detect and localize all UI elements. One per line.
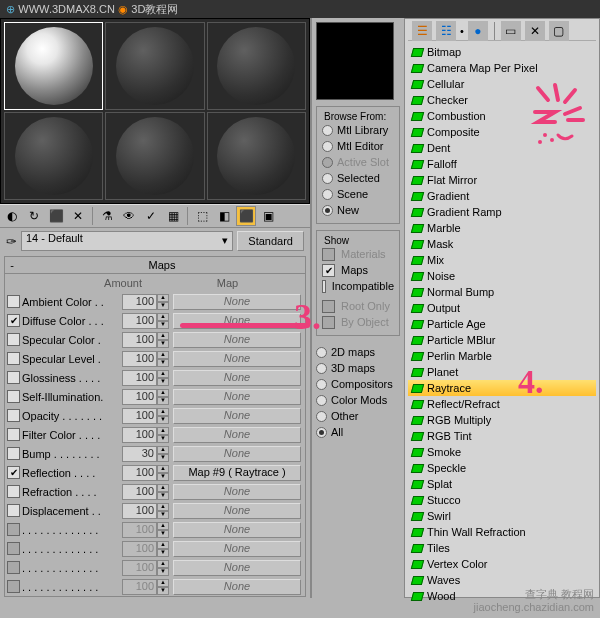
spinner-down-icon[interactable]: ▼ xyxy=(157,454,169,462)
map-list-item[interactable]: Gradient Ramp xyxy=(408,204,596,220)
map-slot-button[interactable]: None xyxy=(173,446,301,462)
toolbar-button[interactable]: ✓ xyxy=(141,206,161,226)
map-slot-button[interactable]: None xyxy=(173,560,301,576)
map-list-item[interactable]: RGB Tint xyxy=(408,428,596,444)
material-slot[interactable] xyxy=(105,22,204,110)
map-list-item[interactable]: Swirl xyxy=(408,508,596,524)
map-slot-button[interactable]: None xyxy=(173,503,301,519)
spinner-up-icon[interactable]: ▲ xyxy=(157,389,169,397)
amount-spinner[interactable]: 100 xyxy=(122,370,157,386)
spinner-down-icon[interactable]: ▼ xyxy=(157,416,169,424)
list-view-icon[interactable]: ☰ xyxy=(412,21,432,41)
map-list-item[interactable]: Bitmap xyxy=(408,44,596,60)
map-list-item[interactable]: Perlin Marble xyxy=(408,348,596,364)
toolbar-button[interactable]: ⚗ xyxy=(97,206,117,226)
radio[interactable] xyxy=(322,205,333,216)
spinner-up-icon[interactable]: ▲ xyxy=(157,294,169,302)
map-list-item[interactable]: Checker xyxy=(408,92,596,108)
spinner-up-icon[interactable]: ▲ xyxy=(157,465,169,473)
map-slot-button[interactable]: None xyxy=(173,332,301,348)
map-list-item[interactable]: Stucco xyxy=(408,492,596,508)
checkbox[interactable]: ✔ xyxy=(322,264,335,277)
spinner-down-icon[interactable]: ▼ xyxy=(157,492,169,500)
toolbar-button[interactable]: ⬛ xyxy=(46,206,66,226)
map-slot-button[interactable]: None xyxy=(173,370,301,386)
map-checkbox[interactable] xyxy=(7,409,20,422)
map-checkbox[interactable] xyxy=(7,447,20,460)
save-icon[interactable]: ▢ xyxy=(549,21,569,41)
map-checkbox[interactable]: ✔ xyxy=(7,314,20,327)
amount-spinner[interactable]: 100 xyxy=(122,427,157,443)
toolbar-button[interactable]: ▣ xyxy=(258,206,278,226)
map-list-item[interactable]: Planet xyxy=(408,364,596,380)
map-list-item[interactable]: Smoke xyxy=(408,444,596,460)
spinner-down-icon[interactable]: ▼ xyxy=(157,359,169,367)
spinner-down-icon[interactable]: ▼ xyxy=(157,397,169,405)
radio[interactable] xyxy=(316,363,327,374)
map-list-item[interactable]: Tiles xyxy=(408,540,596,556)
map-checkbox[interactable] xyxy=(7,428,20,441)
map-list-item[interactable]: Mask xyxy=(408,236,596,252)
map-list-item[interactable]: Reflect/Refract xyxy=(408,396,596,412)
map-checkbox[interactable] xyxy=(7,504,20,517)
map-checkbox[interactable] xyxy=(7,333,20,346)
map-list-item[interactable]: Marble xyxy=(408,220,596,236)
map-checkbox[interactable]: ✔ xyxy=(7,466,20,479)
map-list-item[interactable]: Particle MBlur xyxy=(408,332,596,348)
map-checkbox[interactable] xyxy=(7,352,20,365)
amount-spinner[interactable]: 100 xyxy=(122,465,157,481)
spinner-up-icon[interactable]: ▲ xyxy=(157,370,169,378)
open-icon[interactable]: ▭ xyxy=(501,21,521,41)
map-list-item[interactable]: Combustion xyxy=(408,108,596,124)
map-list-item[interactable]: Output xyxy=(408,300,596,316)
map-list-item[interactable]: Vertex Color xyxy=(408,556,596,572)
spinner-down-icon[interactable]: ▼ xyxy=(157,473,169,481)
list-view-icon[interactable]: ☷ xyxy=(436,21,456,41)
map-checkbox[interactable] xyxy=(7,371,20,384)
toolbar-button[interactable]: ▦ xyxy=(163,206,183,226)
map-list-item[interactable]: Normal Bump xyxy=(408,284,596,300)
sphere-icon[interactable]: ● xyxy=(468,21,488,41)
spinner-up-icon[interactable]: ▲ xyxy=(157,351,169,359)
toolbar-button[interactable]: ◧ xyxy=(214,206,234,226)
map-list-item[interactable]: Noise xyxy=(408,268,596,284)
spinner-down-icon[interactable]: ▼ xyxy=(157,378,169,386)
radio[interactable] xyxy=(322,189,333,200)
radio[interactable] xyxy=(316,379,327,390)
amount-spinner[interactable]: 100 xyxy=(122,484,157,500)
amount-spinner[interactable]: 100 xyxy=(122,294,157,310)
map-slot-button[interactable]: Map #9 ( Raytrace ) xyxy=(173,465,301,481)
map-slot-button[interactable]: None xyxy=(173,522,301,538)
material-type-button[interactable]: Standard xyxy=(237,231,304,251)
material-slot[interactable] xyxy=(4,112,103,200)
toolbar-button[interactable]: 👁 xyxy=(119,206,139,226)
spinner-up-icon[interactable]: ▲ xyxy=(157,484,169,492)
map-list-item[interactable]: Speckle xyxy=(408,460,596,476)
map-list-item[interactable]: Flat Mirror xyxy=(408,172,596,188)
radio[interactable] xyxy=(322,173,333,184)
map-list-item[interactable]: Camera Map Per Pixel xyxy=(408,60,596,76)
spinner-down-icon[interactable]: ▼ xyxy=(157,302,169,310)
map-list-item[interactable]: Falloff xyxy=(408,156,596,172)
map-list-item[interactable]: Thin Wall Refraction xyxy=(408,524,596,540)
map-checkbox[interactable] xyxy=(7,485,20,498)
map-slot-button[interactable]: None xyxy=(173,541,301,557)
map-slot-button[interactable]: None xyxy=(173,408,301,424)
maps-rollup-header[interactable]: - Maps xyxy=(4,256,306,274)
material-slot[interactable] xyxy=(207,112,306,200)
radio[interactable] xyxy=(316,347,327,358)
map-slot-button[interactable]: None xyxy=(173,427,301,443)
toolbar-button[interactable]: ↻ xyxy=(24,206,44,226)
spinner-up-icon[interactable]: ▲ xyxy=(157,408,169,416)
map-list-item[interactable]: Splat xyxy=(408,476,596,492)
spinner-down-icon[interactable]: ▼ xyxy=(157,321,169,329)
spinner-down-icon[interactable]: ▼ xyxy=(157,435,169,443)
toolbar-button[interactable]: ⬛ xyxy=(236,206,256,226)
map-checkbox[interactable] xyxy=(7,390,20,403)
eyedropper-icon[interactable]: ✑ xyxy=(6,234,17,249)
map-list-item[interactable]: Waves xyxy=(408,572,596,588)
material-slot[interactable] xyxy=(207,22,306,110)
map-slot-button[interactable]: None xyxy=(173,579,301,595)
spinner-up-icon[interactable]: ▲ xyxy=(157,313,169,321)
radio[interactable] xyxy=(322,125,333,136)
